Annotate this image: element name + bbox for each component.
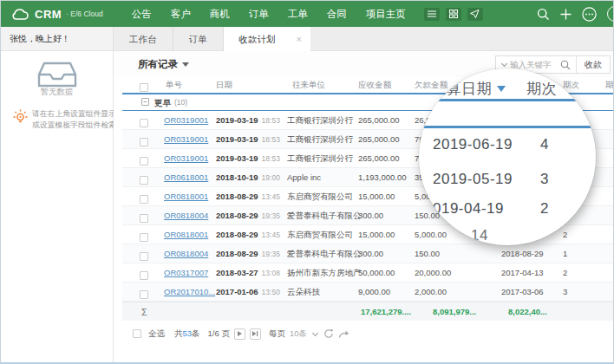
period-cell: 2: [563, 225, 567, 244]
apps-grid-icon[interactable]: [446, 8, 461, 21]
row-checkbox-cell: [140, 263, 148, 283]
sum-receivable: 17,621,279....: [361, 302, 411, 322]
order-number-link[interactable]: OR0818001: [164, 187, 208, 206]
row-checkbox[interactable]: [140, 252, 148, 261]
company-cell: 云朵科技: [287, 283, 362, 302]
last-page-button[interactable]: [250, 328, 261, 340]
company-cell: 爱普泰科电子有限公司: [287, 206, 362, 225]
table-row: OR2017010... 2017-01-0613:50 云朵科技 9,000.…: [122, 283, 614, 302]
order-number-link[interactable]: OR0319001: [164, 130, 208, 149]
order-number-link[interactable]: OR0818004: [164, 244, 208, 263]
order-number-link[interactable]: OR0818004: [164, 206, 208, 225]
row-checkbox-cell: [140, 187, 148, 206]
row-checkbox[interactable]: [140, 233, 148, 242]
tab-orders[interactable]: 订单: [173, 27, 224, 50]
owed-amount-cell: 150.00: [415, 244, 440, 263]
tab-payment-plan[interactable]: 收款计划 ×: [224, 27, 310, 51]
avatar-icon[interactable]: [607, 6, 614, 22]
per-page-value[interactable]: 10条: [290, 328, 307, 340]
select-all-checkbox[interactable]: [133, 329, 141, 338]
col-owed[interactable]: 欠款金额: [415, 77, 447, 93]
row-checkbox[interactable]: [140, 290, 148, 299]
row-checkbox-cell: [140, 130, 148, 149]
mag-group-underline: [419, 126, 596, 128]
col-receivable[interactable]: 应收金额: [358, 77, 391, 93]
nav-contracts[interactable]: 合同: [317, 1, 356, 27]
nav-opportunities[interactable]: 商机: [200, 1, 239, 27]
row-checkbox[interactable]: [140, 119, 148, 127]
more-options-icon[interactable]: [582, 7, 597, 22]
menu-hamburger-icon[interactable]: [424, 8, 440, 21]
brand-suffix: · E/6 Cloud: [66, 10, 103, 18]
search-input[interactable]: [510, 60, 555, 69]
plus-icon[interactable]: [560, 9, 572, 20]
col-period-2[interactable]: 期次: [605, 77, 614, 93]
mag-settle-date-value: 019-04-19: [433, 200, 504, 218]
search-submit-icon[interactable]: [555, 56, 577, 73]
tab-payment-plan-label: 收款计划: [239, 27, 276, 51]
settle-date-cell: 2017-03-06: [501, 283, 544, 302]
sum-row: Σ 17,621,279.... 8,091,979... 8,022,40..…: [122, 302, 614, 321]
receivable-amount-cell: 15,000.00: [358, 225, 395, 244]
search-scope-chevron-icon[interactable]: [501, 61, 507, 67]
forward-arrow-icon[interactable]: [338, 329, 349, 339]
nav-customers[interactable]: 客户: [161, 1, 200, 27]
collect-payment-button[interactable]: 收款: [577, 56, 610, 73]
send-plane-icon[interactable]: [467, 8, 483, 21]
date-cell: 2019-03-1918:53: [216, 149, 280, 168]
receivable-amount-cell: 265,000.00: [358, 111, 400, 130]
order-number-link[interactable]: OR0317007: [164, 263, 208, 283]
date-cell: 2018-08-2913:45: [216, 187, 280, 206]
date-cell: 2018-10-1919:00: [216, 168, 280, 187]
nav-workorders[interactable]: 工单: [278, 1, 317, 27]
order-number-link[interactable]: OR0618001: [164, 168, 208, 187]
row-checkbox[interactable]: [140, 157, 148, 166]
app-window: CRM · E/6 Cloud 公告 客户 商机 订单 工单 合同 项目主页: [0, 0, 614, 364]
row-checkbox[interactable]: [140, 214, 148, 223]
row-checkbox[interactable]: [140, 176, 148, 185]
caret-down-icon: [182, 62, 189, 67]
order-number-link[interactable]: OR0319001: [164, 111, 208, 130]
col-order-no[interactable]: 单号: [166, 77, 182, 93]
date-cell: 2017-01-0613:50: [216, 283, 280, 302]
row-checkbox-cell: [140, 206, 148, 225]
row-checkbox-cell: [140, 111, 148, 130]
row-checkbox[interactable]: [140, 195, 148, 204]
select-all-label[interactable]: 全选: [148, 328, 165, 340]
second-row: 张悦，晚上好！ 工作台 订单 收款计划 ×: [1, 27, 614, 51]
tab-close-icon[interactable]: ×: [297, 27, 302, 51]
view-filter-dropdown[interactable]: 所有记录: [138, 58, 189, 71]
total-count: 共53条: [174, 328, 200, 340]
owed-amount-cell: 20,000.00: [415, 263, 451, 283]
date-cell: 2019-03-1918:53: [216, 111, 280, 130]
tab-workbench[interactable]: 工作台: [114, 27, 173, 50]
order-number-link[interactable]: OR0319001: [164, 149, 208, 168]
logo: CRM · E/6 Cloud: [11, 8, 103, 21]
mag-header-underline: [419, 99, 596, 101]
order-number-link[interactable]: OR2017010...: [164, 283, 215, 302]
company-cell: 扬州市新东方房地产有...: [287, 263, 362, 283]
row-checkbox-cell: [140, 225, 148, 244]
nav-orders[interactable]: 订单: [239, 1, 278, 27]
select-all-header-checkbox[interactable]: [140, 80, 148, 95]
tip-text: 请在右上角设置组件显示 或设置模板字段组件检索: [32, 108, 116, 131]
receivable-amount-cell: 50,000.00: [358, 263, 395, 283]
receivable-amount-cell: 300.00: [358, 244, 383, 263]
row-checkbox[interactable]: [140, 138, 148, 146]
refresh-icon[interactable]: [323, 328, 334, 339]
group-collapse-icon[interactable]: −: [141, 98, 149, 106]
group-label[interactable]: 更早: [154, 94, 171, 111]
next-page-button[interactable]: [234, 328, 245, 340]
col-date[interactable]: 日期: [216, 77, 232, 93]
table-row: OR0818004 2018-08-2919:35 爱普泰科电子有限公司 300…: [122, 244, 614, 263]
search-icon[interactable]: [537, 8, 550, 21]
sort-desc-icon: [497, 86, 506, 92]
col-company[interactable]: 往来单位: [292, 77, 325, 93]
order-number-link[interactable]: OR0818001: [164, 225, 208, 244]
nav-announcements[interactable]: 公告: [122, 1, 161, 27]
sidebar-tip: 请在右上角设置组件显示 或设置模板字段组件检索: [13, 108, 110, 131]
per-page-chevron-icon[interactable]: [312, 329, 318, 335]
nav-project-home[interactable]: 项目主页: [356, 1, 415, 27]
receivable-amount-cell: 15,000.00: [358, 187, 395, 206]
row-checkbox[interactable]: [140, 271, 148, 280]
